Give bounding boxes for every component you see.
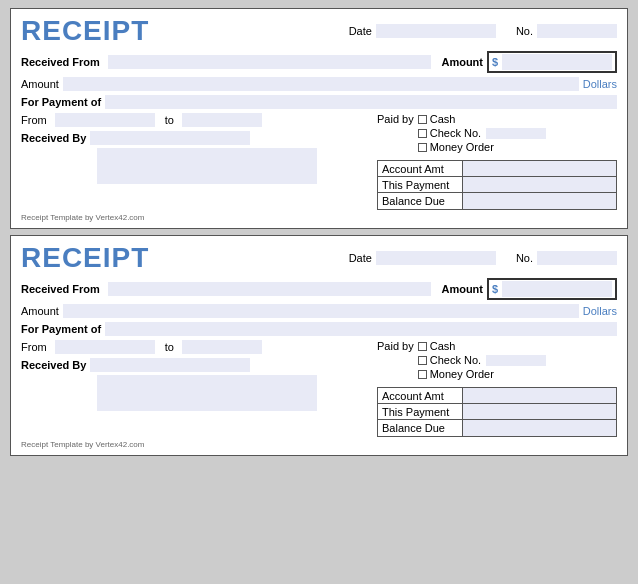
for-payment-field-1[interactable] xyxy=(105,95,617,109)
amount-row-label-1: Amount xyxy=(21,78,59,90)
this-payment-row-1: This Payment xyxy=(378,177,616,193)
amount-label-1: Amount xyxy=(441,56,483,68)
receipt-2: RECEIPT Date No. Received From Amount $ xyxy=(10,235,628,456)
check-checkbox-1[interactable] xyxy=(418,129,427,138)
check-checkbox-2[interactable] xyxy=(418,356,427,365)
received-by-box-1[interactable] xyxy=(97,148,317,184)
for-payment-label-1: For Payment of xyxy=(21,96,101,108)
received-from-field-1[interactable] xyxy=(108,55,432,69)
account-amt-label-cell-2: Account Amt xyxy=(378,388,463,403)
account-amt-row-1: Account Amt xyxy=(378,161,616,177)
account-amt-row-2: Account Amt xyxy=(378,388,616,404)
received-by-field-top-1[interactable] xyxy=(90,131,250,145)
from-field-2[interactable] xyxy=(55,340,155,354)
date-label-1: Date xyxy=(349,25,372,37)
account-amt-value-1[interactable] xyxy=(463,161,616,176)
cash-label-2: Cash xyxy=(430,340,456,352)
received-by-section-1: Received By xyxy=(21,131,369,184)
received-by-label-1: Received By xyxy=(21,132,86,144)
money-order-checkbox-2[interactable] xyxy=(418,370,427,379)
receipt-1: RECEIPT Date No. Received From Amount $ xyxy=(10,8,628,229)
for-payment-field-2[interactable] xyxy=(105,322,617,336)
received-from-label-1: Received From xyxy=(21,56,100,68)
check-no-field-1[interactable] xyxy=(486,128,546,139)
check-no-label-1: Check No. xyxy=(430,127,481,139)
received-by-box-2[interactable] xyxy=(97,375,317,411)
balance-due-label-cell-2: Balance Due xyxy=(378,420,463,436)
this-payment-label-2: This Payment xyxy=(382,406,449,418)
receipt-title-2: RECEIPT xyxy=(21,244,149,272)
from-label-1: From xyxy=(21,114,47,126)
footer-text-2: Receipt Template by Vertex42.com xyxy=(21,440,617,449)
date-label-2: Date xyxy=(349,252,372,264)
footer-text-1: Receipt Template by Vertex42.com xyxy=(21,213,617,222)
from-label-2: From xyxy=(21,341,47,353)
this-payment-label-cell-2: This Payment xyxy=(378,404,463,419)
right-col-2: Paid by Cash Check No. Money Order xyxy=(377,340,617,437)
money-order-label-2: Money Order xyxy=(430,368,494,380)
balance-due-row-2: Balance Due xyxy=(378,420,616,436)
for-payment-row-1: For Payment of xyxy=(21,95,617,109)
for-payment-row-2: For Payment of xyxy=(21,322,617,336)
date-no-section-1: Date No. xyxy=(349,24,617,38)
amount-row-label-2: Amount xyxy=(21,305,59,317)
this-payment-value-2[interactable] xyxy=(463,404,616,419)
from-to-row-1: From to xyxy=(21,113,369,127)
date-group-1: Date xyxy=(349,24,496,38)
main-body-2: From to Received By Paid by xyxy=(21,340,617,437)
money-order-item-1: Money Order xyxy=(418,141,546,153)
date-field-1[interactable] xyxy=(376,24,496,38)
cash-checkbox-1[interactable] xyxy=(418,115,427,124)
left-col-1: From to Received By xyxy=(21,113,369,210)
money-order-checkbox-1[interactable] xyxy=(418,143,427,152)
no-group-2: No. xyxy=(516,251,617,265)
check-item-1: Check No. xyxy=(418,127,546,139)
check-item-2: Check No. xyxy=(418,354,546,366)
paid-by-row-1: Paid by Cash Check No. Money Order xyxy=(377,113,617,153)
money-order-item-2: Money Order xyxy=(418,368,546,380)
this-payment-value-1[interactable] xyxy=(463,177,616,192)
amount-dollars-field-2[interactable] xyxy=(63,304,579,318)
no-field-2[interactable] xyxy=(537,251,617,265)
no-field-1[interactable] xyxy=(537,24,617,38)
account-amt-label-2: Account Amt xyxy=(382,390,444,402)
amount-box-2: $ xyxy=(487,278,617,300)
left-col-2: From to Received By xyxy=(21,340,369,437)
checkbox-group-2: Cash Check No. Money Order xyxy=(418,340,546,380)
from-field-1[interactable] xyxy=(55,113,155,127)
date-no-section-2: Date No. xyxy=(349,251,617,265)
balance-due-label-1: Balance Due xyxy=(382,195,445,207)
from-to-row-2: From to xyxy=(21,340,369,354)
no-label-1: No. xyxy=(516,25,533,37)
balance-due-value-1[interactable] xyxy=(463,193,616,209)
cash-item-1: Cash xyxy=(418,113,546,125)
received-by-field-top-2[interactable] xyxy=(90,358,250,372)
date-group-2: Date xyxy=(349,251,496,265)
account-amt-value-2[interactable] xyxy=(463,388,616,403)
date-field-2[interactable] xyxy=(376,251,496,265)
amount-inner-1[interactable] xyxy=(502,54,612,70)
to-field-1[interactable] xyxy=(182,113,262,127)
received-by-label-2: Received By xyxy=(21,359,86,371)
amount-inner-2[interactable] xyxy=(502,281,612,297)
to-label-2: to xyxy=(165,341,174,353)
main-body-1: From to Received By Paid by xyxy=(21,113,617,210)
receipt-title-1: RECEIPT xyxy=(21,17,149,45)
balance-due-value-2[interactable] xyxy=(463,420,616,436)
amount-dollars-field-1[interactable] xyxy=(63,77,579,91)
cash-checkbox-2[interactable] xyxy=(418,342,427,351)
check-no-field-2[interactable] xyxy=(486,355,546,366)
for-payment-label-2: For Payment of xyxy=(21,323,101,335)
to-field-2[interactable] xyxy=(182,340,262,354)
received-from-row-1: Received From Amount $ xyxy=(21,51,617,73)
dollars-label-2: Dollars xyxy=(583,305,617,317)
amount-box-1: $ xyxy=(487,51,617,73)
dollar-sign-1: $ xyxy=(492,56,498,68)
header-row-1: RECEIPT Date No. xyxy=(21,17,617,45)
balance-due-row-1: Balance Due xyxy=(378,193,616,209)
to-label-1: to xyxy=(165,114,174,126)
received-by-section-2: Received By xyxy=(21,358,369,411)
check-no-label-2: Check No. xyxy=(430,354,481,366)
received-from-field-2[interactable] xyxy=(108,282,432,296)
received-from-row-2: Received From Amount $ xyxy=(21,278,617,300)
